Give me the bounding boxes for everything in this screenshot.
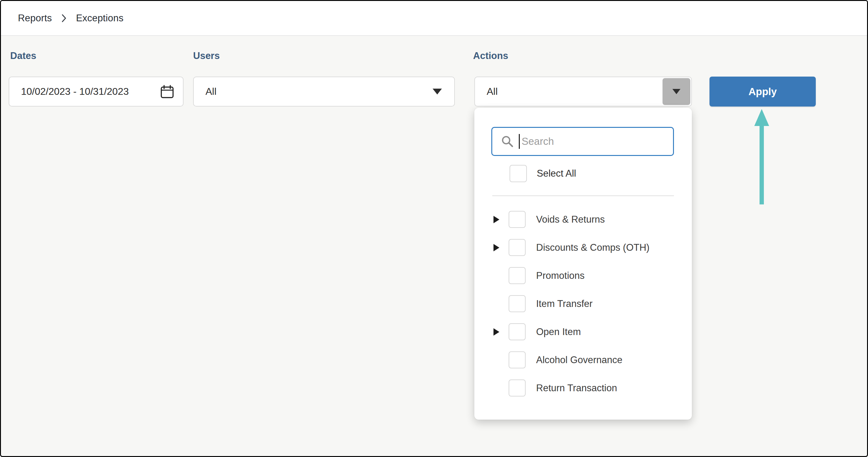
expand-arrow-icon[interactable] <box>494 244 499 251</box>
item-label: Open Item <box>536 326 581 337</box>
search-placeholder: Search <box>522 136 554 147</box>
item-label: Discounts & Comps (OTH) <box>536 242 650 253</box>
annotation-arrow-icon <box>752 108 772 206</box>
dropdown-item-row[interactable]: Promotions <box>474 262 692 290</box>
date-range-input[interactable]: 10/02/2023 - 10/31/2023 <box>9 76 184 106</box>
dates-label: Dates <box>10 50 36 61</box>
dropdown-item-row[interactable]: Discounts & Comps (OTH) <box>474 233 692 262</box>
caret-down-icon <box>673 89 680 94</box>
dropdown-item-row[interactable]: Item Transfer <box>474 290 692 318</box>
app-window: Reports Exceptions Dates Users Actions 1… <box>0 0 868 457</box>
item-checkbox[interactable] <box>508 351 526 368</box>
users-label: Users <box>193 50 220 61</box>
text-cursor <box>519 134 520 149</box>
item-checkbox[interactable] <box>508 267 526 284</box>
expand-arrow-icon[interactable] <box>494 216 499 223</box>
dropdown-item-row[interactable]: Open Item <box>474 318 692 346</box>
search-icon <box>501 135 514 148</box>
expand-arrow-icon[interactable] <box>494 328 499 336</box>
breadcrumb: Reports Exceptions <box>1 1 867 36</box>
item-checkbox[interactable] <box>508 323 526 340</box>
dropdown-item-row[interactable]: Alcohol Governance <box>474 346 692 374</box>
item-checkbox[interactable] <box>508 380 526 396</box>
breadcrumb-item-reports[interactable]: Reports <box>18 13 52 24</box>
divider <box>492 195 674 196</box>
users-select[interactable]: All <box>193 76 455 106</box>
select-all-row[interactable]: Select All <box>509 163 686 184</box>
caret-down-icon <box>433 89 442 95</box>
chevron-right-icon <box>61 13 67 23</box>
dropdown-item-row[interactable]: Voids & Returns <box>474 205 692 233</box>
actions-dropdown-item-list: Voids & Returns Discounts & Comps (OTH) … <box>474 205 692 402</box>
users-select-value: All <box>206 86 217 97</box>
item-checkbox[interactable] <box>508 211 526 228</box>
actions-dropdown-panel: Search Select All Voids & Returns Discou… <box>474 108 692 420</box>
calendar-icon <box>160 85 174 99</box>
item-label: Voids & Returns <box>536 214 605 225</box>
item-label: Item Transfer <box>536 298 593 309</box>
dropdown-search-input[interactable]: Search <box>491 127 674 156</box>
item-checkbox[interactable] <box>508 239 526 256</box>
select-all-label: Select All <box>537 168 576 179</box>
actions-dropdown-toggle-button[interactable] <box>662 78 690 105</box>
breadcrumb-item-exceptions[interactable]: Exceptions <box>76 13 124 24</box>
actions-select[interactable]: All <box>474 76 692 106</box>
actions-label: Actions <box>473 50 508 61</box>
dropdown-item-row[interactable]: Return Transaction <box>474 374 692 402</box>
select-all-checkbox[interactable] <box>509 165 527 182</box>
item-checkbox[interactable] <box>508 295 526 312</box>
apply-button[interactable]: Apply <box>710 76 816 106</box>
item-label: Return Transaction <box>536 383 617 394</box>
item-label: Promotions <box>536 270 585 281</box>
date-range-value: 10/02/2023 - 10/31/2023 <box>21 86 129 97</box>
item-label: Alcohol Governance <box>536 355 622 366</box>
actions-select-value: All <box>487 86 498 97</box>
